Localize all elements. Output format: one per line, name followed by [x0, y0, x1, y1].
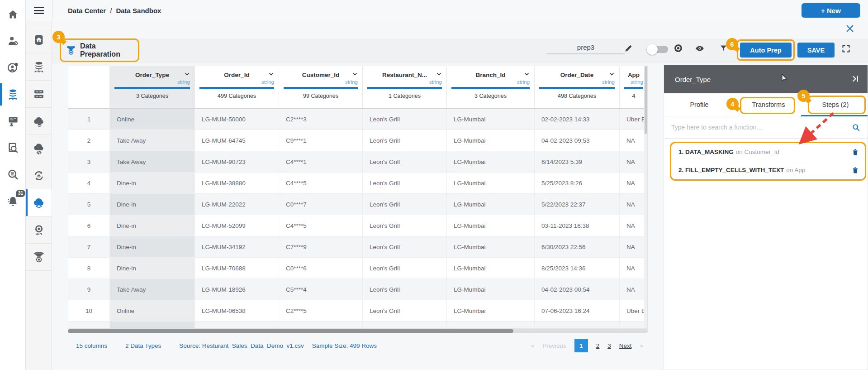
cell-Order_Date[interactable]: 03-11-2023 16:38	[534, 215, 619, 236]
cell-Restaurant_N...[interactable]: Leon's Grill	[362, 300, 446, 321]
collapse-panel-icon[interactable]	[851, 74, 860, 83]
cell-Order_Id[interactable]: LG-MUM-22022	[194, 194, 279, 215]
cell-Restaurant_N...[interactable]: Leon's Grill	[362, 236, 446, 257]
module-item-funnel-gear[interactable]	[26, 244, 52, 271]
cell-Order_Id[interactable]: LG-MUM-64745	[194, 130, 279, 151]
cell-Order_Type[interactable]: Online	[109, 322, 194, 329]
cell-Branch_Id[interactable]: LG-Mumbai	[446, 130, 534, 151]
sidebar-item-catalog-search[interactable]	[0, 135, 25, 161]
cell-Customer_Id[interactable]: C2****3	[279, 109, 362, 130]
cell-Customer_Id[interactable]: C4****1	[279, 151, 362, 172]
module-item-cloud-database[interactable]	[26, 108, 52, 135]
cell-Restaurant_N...[interactable]: Leon's Grill	[362, 194, 446, 215]
cell-Order_Type[interactable]: Dine-in	[109, 173, 194, 193]
search-icon[interactable]	[852, 123, 860, 132]
row-number[interactable]: 5	[68, 194, 109, 215]
cell-App[interactable]: NA	[619, 151, 647, 172]
table-vertical-scrollbar[interactable]	[644, 66, 647, 328]
sidebar-item-presentation-user[interactable]	[0, 108, 25, 135]
row-number[interactable]: 11	[68, 322, 109, 329]
cell-Branch_Id[interactable]: LG-Mumbai	[446, 300, 534, 321]
sidebar-item-data-search[interactable]	[0, 161, 25, 188]
sidebar-item-database-network[interactable]	[0, 81, 25, 108]
row-number[interactable]: 1	[68, 109, 109, 130]
cell-Customer_Id[interactable]: C0****7	[279, 194, 362, 215]
cell-Branch_Id[interactable]: LG-Mumbai	[446, 109, 534, 130]
cell-App[interactable]: NA	[619, 173, 647, 193]
cell-Customer_Id[interactable]: C7****9	[279, 236, 362, 257]
table-horizontal-scrollbar[interactable]	[68, 329, 648, 333]
sidebar-item-notifications[interactable]: 31	[0, 188, 25, 215]
cell-App[interactable]: Uber E	[619, 300, 647, 321]
pagination-last-icon[interactable]: »	[640, 342, 643, 349]
breadcrumb-data-center[interactable]: Data Center	[68, 7, 106, 14]
cell-Order_Id[interactable]: LG-MUM-34192	[194, 236, 279, 257]
sidebar-item-account-alert[interactable]	[0, 54, 25, 81]
cell-Customer_Id[interactable]: C5****4	[279, 279, 362, 300]
cell-App[interactable]: NA	[619, 194, 647, 215]
preview-eye-icon[interactable]	[695, 43, 705, 53]
column-header-App[interactable]: Appstring4	[619, 66, 648, 108]
cell-Order_Id[interactable]: LG-MUM-70688	[194, 258, 279, 279]
cell-Customer_Id[interactable]: C4****6	[279, 322, 362, 329]
row-number[interactable]: 10	[68, 300, 109, 321]
row-number[interactable]: 4	[68, 173, 109, 193]
cell-App[interactable]: NA	[619, 258, 647, 279]
cell-Order_Id[interactable]: LG-MUM-52099	[194, 215, 279, 236]
close-icon[interactable]	[845, 24, 855, 34]
cell-Restaurant_N...[interactable]: Leon's Grill	[362, 322, 446, 329]
pagination-first-icon[interactable]: «	[531, 342, 535, 349]
cell-Restaurant_N...[interactable]: Leon's Grill	[362, 130, 446, 151]
cell-Branch_Id[interactable]: LG-Mumbai	[446, 194, 534, 215]
cell-App[interactable]: NA	[619, 279, 647, 300]
sidebar-item-home[interactable]	[0, 1, 25, 28]
prep-toggle[interactable]	[648, 46, 668, 53]
cell-Order_Date[interactable]: 6/14/2023 5:39	[534, 151, 619, 172]
pagination-page-1[interactable]: 1	[574, 339, 588, 352]
cell-Order_Date[interactable]: 8/25/2023 14:36	[534, 258, 619, 279]
row-number[interactable]: 6	[68, 215, 109, 236]
row-number[interactable]: 7	[68, 236, 109, 257]
cell-Customer_Id[interactable]: C4****5	[279, 215, 362, 236]
cell-Branch_Id[interactable]: LG-Mumbai	[446, 322, 534, 329]
cell-Branch_Id[interactable]: LG-Mumbai	[446, 173, 534, 193]
module-item-data-sync[interactable]	[26, 162, 52, 189]
cell-Branch_Id[interactable]: LG-Mumbai	[446, 279, 534, 300]
delete-step-icon[interactable]	[851, 148, 859, 156]
cell-Order_Date[interactable]: 5/22/2023 22:37	[534, 194, 619, 215]
cell-Customer_Id[interactable]: C9****1	[279, 130, 362, 151]
cell-Order_Id[interactable]: LG-MUM-50000	[194, 109, 279, 130]
module-item-database-home[interactable]	[26, 26, 52, 53]
cell-App[interactable]: NA	[619, 130, 647, 151]
cell-Order_Type[interactable]: Online	[109, 109, 194, 130]
cell-Order_Type[interactable]: Dine-in	[109, 194, 194, 215]
cell-App[interactable]: Uber E	[619, 109, 647, 130]
pagination-page-2[interactable]: 2	[596, 342, 600, 349]
cell-Order_Date[interactable]: 02-02-2023 14:33	[534, 109, 619, 130]
cell-Customer_Id[interactable]: C2****5	[279, 300, 362, 321]
hamburger-menu-button[interactable]	[26, 0, 52, 21]
chevron-down-icon[interactable]	[608, 71, 615, 77]
cell-Restaurant_N...[interactable]: Leon's Grill	[362, 173, 446, 193]
cell-Order_Date[interactable]: 04-02-2023 09:53	[534, 130, 619, 151]
cell-Customer_Id[interactable]: C4****5	[279, 173, 362, 193]
save-button[interactable]: SAVE	[797, 43, 835, 58]
column-header-Branch_Id[interactable]: Branch_Idstring3 Categories	[446, 66, 534, 108]
cell-Order_Id[interactable]: LG-MUM-90723	[194, 151, 279, 172]
column-header-Order_Type[interactable]: Order_Typestring3 Categories	[109, 66, 194, 108]
cell-Branch_Id[interactable]: LG-Mumbai	[446, 215, 534, 236]
cell-Order_Type[interactable]: Dine-in	[109, 236, 194, 257]
pagination-next[interactable]: Next	[619, 342, 632, 349]
cell-Order_Id[interactable]: LG-MUM-06538	[194, 300, 279, 321]
cell-Order_Date[interactable]: 07-06-2023 16:24	[534, 300, 619, 321]
chevron-down-icon[interactable]	[436, 71, 442, 77]
auto-prep-button[interactable]: Auto Prep	[740, 43, 792, 58]
chevron-down-icon[interactable]	[523, 71, 530, 77]
chevron-down-icon[interactable]	[268, 71, 275, 77]
column-header-Restaurant_N...[interactable]: Restaurant_N...string1 Categories	[362, 66, 446, 108]
module-item-cloud-code[interactable]	[26, 135, 52, 162]
cell-Order_Date[interactable]: 6/30/2023 22:56	[534, 236, 619, 257]
chevron-down-icon[interactable]	[351, 71, 358, 77]
pagination-page-3[interactable]: 3	[607, 342, 611, 349]
edit-pencil-icon[interactable]	[624, 43, 633, 53]
